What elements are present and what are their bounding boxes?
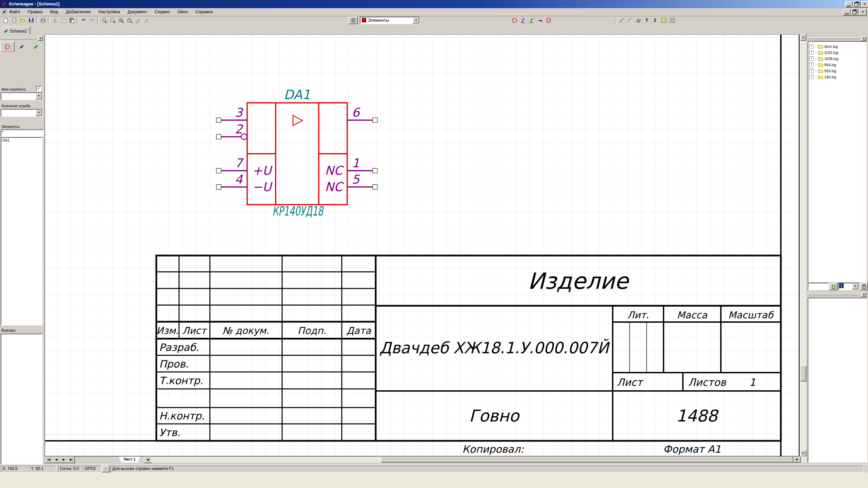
elements-filter-input[interactable]: * [1, 129, 44, 137]
cut-button[interactable] [51, 17, 59, 24]
page-combobox-dropdown-button[interactable]: ▼ [852, 283, 859, 289]
tree-expander-icon[interactable]: + [809, 75, 814, 79]
save-button[interactable] [27, 17, 35, 24]
tree-item[interactable]: +564.lsg [809, 62, 836, 68]
tab-schema-blue[interactable] [15, 41, 29, 52]
tree-expander-icon[interactable]: + [809, 69, 814, 73]
tree-item[interactable]: +1008.lsg [809, 56, 839, 61]
copy-button[interactable] [59, 17, 67, 24]
refresh-button[interactable] [829, 283, 837, 290]
menu-help[interactable]: Справка [192, 8, 216, 14]
layers-button[interactable] [349, 17, 358, 24]
child-close-button[interactable]: × [859, 9, 867, 16]
new-file-button[interactable] [1, 17, 10, 24]
line-tool-button[interactable] [617, 17, 626, 24]
menu-settings[interactable]: Настройка [95, 8, 123, 14]
menu-edit[interactable]: Правка [24, 8, 45, 14]
attr-value-combobox[interactable]: ▼ [1, 109, 43, 117]
tree-item[interactable]: +discr.lsg [809, 43, 838, 49]
zoom-out-button[interactable] [108, 17, 117, 24]
element-filter-combobox[interactable]: Элементы ▼ [360, 17, 420, 24]
tree-expander-icon[interactable]: + [809, 56, 814, 61]
tree-expander-icon[interactable]: + [809, 62, 814, 67]
canvas-horizontal-scrollbar[interactable]: ▶ [151, 456, 806, 463]
attr-value-dropdown-button[interactable]: ▼ [36, 110, 42, 116]
page-filter-input[interactable] [808, 283, 829, 290]
hscroll-right-button[interactable]: ▶ [793, 456, 801, 463]
status-plus-button[interactable]: + [102, 466, 110, 472]
paste-button[interactable] [67, 17, 76, 24]
preview-panel-close-button[interactable]: x [861, 292, 866, 297]
schematic-canvas[interactable]: Изм. Лист № докум. Подп. Дата Разраб. Пр… [45, 34, 801, 457]
logic-step-green-button[interactable] [527, 17, 536, 24]
last-sheet-button[interactable]: ▶| [67, 456, 75, 463]
vertical-scroll-thumb[interactable] [800, 366, 806, 381]
redo-button[interactable]: ↷ [88, 17, 96, 24]
pin-number: 2 [235, 122, 243, 136]
menu-file[interactable]: Файл [6, 8, 23, 14]
gate-tool-button[interactable] [510, 17, 519, 24]
menu-document[interactable]: Документ [124, 8, 150, 14]
attr-name-combobox[interactable]: ▼ [1, 92, 43, 100]
zoom-in-button[interactable] [100, 17, 108, 24]
formula-tool-button[interactable]: Σ [651, 17, 659, 24]
child-restore-button[interactable] [851, 9, 859, 16]
lock-icon [862, 284, 866, 289]
horizontal-scroll-thumb[interactable] [381, 456, 793, 463]
tree-item-label: 1008.lsg [824, 57, 839, 61]
elements-list-item[interactable]: DA1 [1, 137, 42, 142]
logic-step-blue-button[interactable] [519, 17, 527, 24]
tree-item[interactable]: +1102.lsg [809, 50, 838, 55]
close-button[interactable]: × [861, 1, 868, 8]
tree-expander-icon[interactable]: + [809, 50, 814, 55]
first-sheet-button[interactable]: |◀ [45, 456, 53, 463]
scroll-up-button[interactable]: ▲ [800, 34, 806, 41]
arc-tool-button[interactable] [626, 17, 634, 24]
chip-tool-button[interactable] [544, 17, 553, 24]
wire-tool-button[interactable] [536, 17, 544, 24]
child-minimize-button[interactable] [843, 9, 851, 16]
element-filter-dropdown-button[interactable]: ▼ [413, 17, 419, 23]
polygon-tool-button[interactable] [634, 17, 643, 24]
sheet-tab[interactable]: Лист 1 [119, 456, 140, 463]
tb-role-tcontrol: Т.контр. [159, 375, 203, 387]
menu-view[interactable]: Вид [47, 8, 61, 14]
tree-item[interactable]: +555.lsg [809, 68, 836, 74]
lock-button[interactable] [860, 283, 868, 290]
text-tool-button[interactable]: T [643, 17, 651, 24]
tab-elements[interactable] [0, 41, 15, 52]
zoom-window-button[interactable] [117, 17, 125, 24]
menu-add[interactable]: Добавление [63, 8, 94, 14]
tree-expander-icon[interactable]: + [809, 44, 814, 49]
canvas-vertical-scrollbar[interactable]: ▲ ▼ [800, 34, 806, 456]
menu-service[interactable]: Сервис [152, 8, 173, 14]
table-tool-button[interactable] [668, 17, 676, 24]
restore-button[interactable] [853, 1, 861, 8]
tb-format: Формат А1 [663, 443, 721, 455]
redraw-button[interactable] [142, 17, 151, 24]
image-tool-button[interactable] [659, 17, 668, 24]
library-panel-close-button[interactable]: x [861, 36, 866, 41]
panel-close-button[interactable]: x [38, 36, 43, 41]
pin-number: 6 [352, 106, 361, 119]
pan-button[interactable] [134, 17, 142, 24]
print-button[interactable] [39, 17, 47, 24]
library-tree[interactable]: +discr.lsg +1102.lsg +1008.lsg +564.lsg … [808, 41, 867, 282]
next-sheet-button[interactable]: ▶ [60, 456, 67, 463]
tree-item[interactable]: +140.lsg [809, 74, 836, 80]
attr-name-dropdown-button[interactable]: ▼ [36, 93, 42, 99]
menu-window[interactable]: Окно [174, 8, 191, 14]
open-button[interactable] [18, 17, 27, 24]
new-sheet-button[interactable] [10, 17, 18, 24]
status-ortho[interactable]: ОРТО [83, 466, 102, 472]
minimize-button[interactable] [845, 1, 853, 8]
undo-button[interactable]: ↶ [79, 17, 88, 24]
page-combobox[interactable]: 1 ▼ [838, 283, 859, 290]
elements-list[interactable]: DA1 [1, 137, 43, 325]
hscroll-left-button[interactable]: ◀ [144, 456, 152, 463]
scroll-down-button[interactable]: ▼ [800, 450, 806, 457]
prev-sheet-button[interactable]: ◀ [52, 456, 60, 463]
tab-schema-green[interactable] [29, 41, 43, 52]
attr-name-checkbox[interactable]: ✓ [36, 86, 41, 91]
zoom-all-button[interactable] [125, 17, 134, 24]
